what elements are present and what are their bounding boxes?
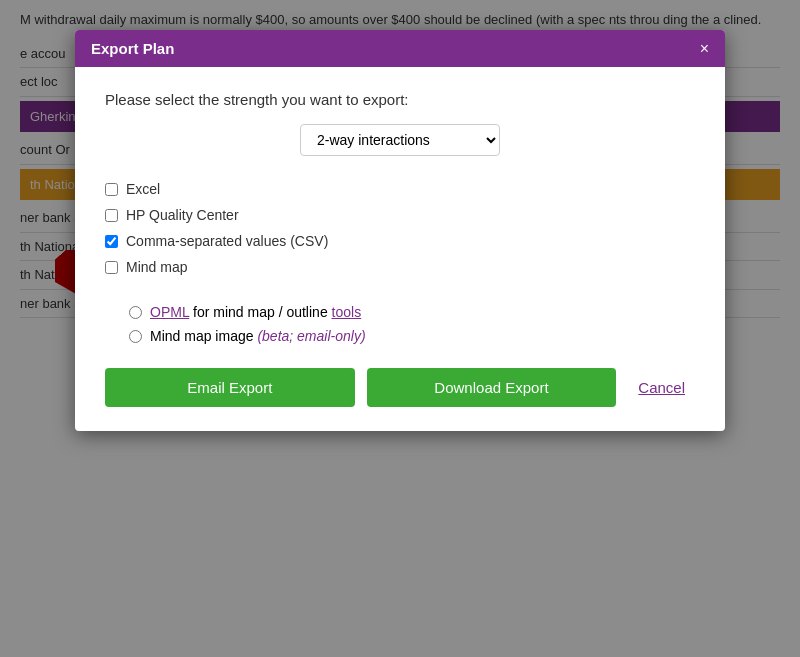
hpqc-label: HP Quality Center [126, 207, 239, 223]
modal-body: Please select the strength you want to e… [75, 67, 725, 368]
mindmap-image-text: Mind map image [150, 328, 257, 344]
option-csv: Comma-separated values (CSV) [105, 228, 695, 254]
excel-label: Excel [126, 181, 160, 197]
csv-checkbox[interactable] [105, 235, 118, 248]
tools-link[interactable]: tools [332, 304, 362, 320]
mindmap-label: Mind map [126, 259, 187, 275]
modal-overlay: Export Plan × Please select the strength… [0, 0, 800, 657]
download-export-button[interactable]: Download Export [367, 368, 617, 407]
hpqc-checkbox[interactable] [105, 209, 118, 222]
mindmap-image-label: Mind map image (beta; email-only) [150, 328, 366, 344]
export-plan-modal: Export Plan × Please select the strength… [75, 30, 725, 431]
mindmap-sub-options: OPML for mind map / outline tools Mind m… [129, 300, 695, 348]
modal-header: Export Plan × [75, 30, 725, 67]
opml-label: OPML for mind map / outline tools [150, 304, 361, 320]
opml-link[interactable]: OPML [150, 304, 189, 320]
option-opml: OPML for mind map / outline tools [129, 300, 695, 324]
option-mindmap-image: Mind map image (beta; email-only) [129, 324, 695, 348]
mindmap-image-beta-text: (beta; email-only) [257, 328, 365, 344]
export-options-list: Excel HP Quality Center Comma-separated … [105, 176, 695, 280]
csv-label: Comma-separated values (CSV) [126, 233, 328, 249]
email-export-button[interactable]: Email Export [105, 368, 355, 407]
excel-checkbox[interactable] [105, 183, 118, 196]
option-hpqc: HP Quality Center [105, 202, 695, 228]
modal-prompt: Please select the strength you want to e… [105, 91, 695, 108]
modal-close-button[interactable]: × [700, 41, 709, 57]
opml-radio[interactable] [129, 306, 142, 319]
mindmap-checkbox[interactable] [105, 261, 118, 274]
option-excel: Excel [105, 176, 695, 202]
option-mindmap: Mind map [105, 254, 695, 280]
opml-text: for mind map / outline [193, 304, 332, 320]
modal-title: Export Plan [91, 40, 174, 57]
strength-select-wrapper: 1-way interactions 2-way interactions 3-… [105, 124, 695, 156]
strength-select[interactable]: 1-way interactions 2-way interactions 3-… [300, 124, 500, 156]
cancel-button[interactable]: Cancel [628, 379, 695, 396]
modal-footer: Email Export Download Export Cancel [75, 368, 725, 431]
mindmap-image-radio[interactable] [129, 330, 142, 343]
